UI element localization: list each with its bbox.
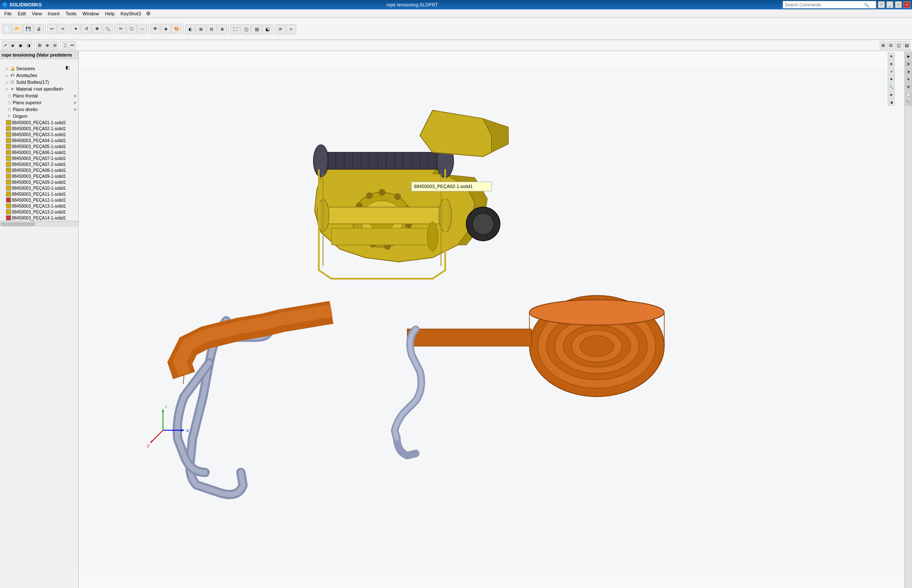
sidebar-item-peca13-2[interactable]: 88450003_PEÇA13-2-solid1 xyxy=(0,209,78,215)
sidebar-item-peca04[interactable]: 88450003_PEÇA04-1-solid1 xyxy=(0,137,78,143)
sidebar-item-peca13-1[interactable]: 88450003_PEÇA13-1-solid1 xyxy=(0,203,78,209)
sidebar-item-peca07-1[interactable]: 88450003_PEÇA07-1-solid1 xyxy=(0,155,78,161)
3d-viewport[interactable]: 88450003_PEÇA02-1-solid1 X Y Z ⊕ ⊞ ↺ ✥ xyxy=(79,51,904,588)
view-grid-btn4[interactable]: ▤ xyxy=(903,41,910,50)
dimension-btn[interactable]: ↔ xyxy=(137,24,147,34)
feature-btn[interactable]: ⬡ xyxy=(126,24,137,34)
view-ctrl-2[interactable]: ⊞ xyxy=(888,60,895,67)
dynamic-annot-btn[interactable]: ✏ xyxy=(69,41,76,50)
maximize-btn[interactable]: □ xyxy=(895,1,902,8)
print-btn[interactable]: 🖨 xyxy=(34,24,44,34)
tb-btn-9[interactable]: ⟳ xyxy=(275,24,286,34)
tb-btn-6[interactable]: ◫ xyxy=(241,24,251,34)
sidebar-item-peca10[interactable]: 88450003_PEÇA10-1-solid1 xyxy=(0,185,78,191)
menu-help[interactable]: Help xyxy=(103,10,117,17)
help-btn[interactable]: ? xyxy=(878,1,885,8)
select-btn[interactable]: ✦ xyxy=(71,24,81,34)
sidebar-scrollbar[interactable] xyxy=(0,221,78,227)
zoom-fit-btn[interactable]: ⊞ xyxy=(36,41,43,50)
sidebar-item-peca11[interactable]: 88450003_PEÇA11-1-solid1 xyxy=(0,191,78,197)
view-grid-btn1[interactable]: ⊞ xyxy=(880,41,886,50)
sidebar-item-peca06[interactable]: 88450003_PEÇA06-1-solid1 xyxy=(0,149,78,155)
view-ctrl-1[interactable]: ⊕ xyxy=(888,53,895,60)
pan-btn[interactable]: ✥ xyxy=(92,24,102,34)
plano-direito-visibility[interactable]: ◈ xyxy=(74,107,77,111)
tb-btn-7[interactable]: ▤ xyxy=(252,24,262,34)
right-tab-7[interactable]: 🔧 xyxy=(905,99,912,106)
sketch-btn[interactable]: ✏ xyxy=(116,24,126,34)
tb-btn-4[interactable]: ⊕ xyxy=(217,24,227,34)
tb-btn-1[interactable]: ◐ xyxy=(185,24,195,34)
zoom-btn[interactable]: 🔍 xyxy=(103,24,113,34)
new-btn[interactable]: 📄 xyxy=(2,24,12,34)
sidebar-item-peca03[interactable]: 88450003_PEÇA03-1-solid1 xyxy=(0,131,78,137)
tb-btn-3[interactable]: ⊟ xyxy=(206,24,217,34)
view-ctrl-4[interactable]: ✥ xyxy=(888,76,895,83)
sidebar-item-peca02-1[interactable]: 88450003_PEÇA02-1-solid1 xyxy=(0,126,78,131)
sidebar-item-peca09-1[interactable]: 88450003_PEÇA09-1-solid1 xyxy=(0,173,78,179)
sidebar-item-peca07-2[interactable]: 88450003_PEÇA07-2-solid1 xyxy=(0,161,78,167)
sidebar-item-peca14[interactable]: 88450003_PEÇA14-1-solid1 xyxy=(0,215,78,221)
right-tab-3[interactable]: ◈ xyxy=(905,68,912,75)
menu-edit[interactable]: Edit xyxy=(15,10,29,17)
sidebar-item-material[interactable]: ▷ ≡ Material <not specified> xyxy=(0,86,78,92)
menu-window[interactable]: Window xyxy=(80,10,102,17)
right-tab-1[interactable]: ▶ xyxy=(905,53,912,60)
front-view-btn[interactable]: ↗ xyxy=(2,41,9,50)
rotate-btn[interactable]: ↺ xyxy=(81,24,91,34)
view-orient-btn[interactable]: 👁 xyxy=(150,24,160,34)
menu-tools[interactable]: Tools xyxy=(63,10,79,17)
right-tab-2[interactable]: ⊞ xyxy=(905,60,912,67)
view-ctrl-5[interactable]: 🔍 xyxy=(888,83,895,90)
zoom-out-btn[interactable]: ⊖ xyxy=(51,41,58,50)
undo-btn[interactable]: ↩ xyxy=(47,24,57,34)
color-swatch-peca13-2 xyxy=(6,209,11,214)
tb-btn-2[interactable]: ⊞ xyxy=(196,24,206,34)
search-icon[interactable]: 🔍 xyxy=(864,3,869,7)
sidebar-item-peca08[interactable]: 88450003_PEÇA08-1-solid1 xyxy=(0,167,78,173)
search-input[interactable] xyxy=(783,3,864,7)
section-view-btn[interactable]: ⌶ xyxy=(62,41,68,50)
view-ctrl-6[interactable]: ◈ xyxy=(888,91,895,98)
close-btn[interactable]: × xyxy=(903,1,910,8)
view-ctrl-3[interactable]: ↺ xyxy=(888,68,895,75)
minimize-btn[interactable]: _ xyxy=(886,1,893,8)
menu-keyshot[interactable]: KeyShot3 xyxy=(118,10,143,17)
save-btn[interactable]: 💾 xyxy=(23,24,33,34)
color-swatch-peca07-1 xyxy=(6,156,11,161)
sidebar-item-solid-bodies[interactable]: ▷ ⬡ Solid Bodies(17) xyxy=(0,79,78,86)
right-tab-6[interactable]: 📋 xyxy=(905,91,912,98)
sidebar-item-peca05[interactable]: 88450003_PEÇA05-1-solid1 xyxy=(0,143,78,149)
redo-btn[interactable]: ↪ xyxy=(57,24,68,34)
open-btn[interactable]: 📂 xyxy=(12,24,23,34)
sidebar-item-plano-direito[interactable]: ◻ Plano direito ◈ xyxy=(0,106,78,113)
render-btn[interactable]: 🎨 xyxy=(172,24,182,34)
sidebar-item-plano-frontal[interactable]: ◻ Plano frontal ◈ xyxy=(0,92,78,99)
right-tab-4[interactable]: ✦ xyxy=(905,76,912,83)
plano-frontal-visibility[interactable]: ◈ xyxy=(74,94,77,98)
menu-file[interactable]: File xyxy=(2,10,14,17)
view-grid-btn3[interactable]: ◫ xyxy=(895,41,902,50)
display-mode-btn[interactable]: ◉ xyxy=(17,41,24,50)
sidebar-item-anotacoes[interactable]: ▷ 🏷 Anotações xyxy=(0,72,78,79)
tb-btn-8[interactable]: ⬕ xyxy=(262,24,272,34)
display-btn[interactable]: ◈ xyxy=(161,24,171,34)
right-tab-5[interactable]: ⚙ xyxy=(905,83,912,90)
sidebar-item-plano-superior[interactable]: ◻ Plano superior ◈ xyxy=(0,99,78,106)
menu-insert[interactable]: Insert xyxy=(45,10,62,17)
menu-view[interactable]: View xyxy=(29,10,45,17)
view-grid-btn2[interactable]: ⊟ xyxy=(887,41,894,50)
sidebar-item-origem[interactable]: ✛ Origem xyxy=(0,113,78,120)
shade-btn[interactable]: ◑ xyxy=(25,41,32,50)
sidebar-item-peca01[interactable]: 88450003_PEÇA01-1-solid1 xyxy=(0,120,78,126)
tb-btn-5[interactable]: ⛶ xyxy=(230,24,240,34)
view-ctrl-7[interactable]: ◑ xyxy=(888,99,895,106)
sidebar-item-peca09-2[interactable]: 88450003_PEÇA09-2-solid1 xyxy=(0,179,78,185)
plano-superior-visibility[interactable]: ◈ xyxy=(74,100,77,105)
sidebar-item-peca12[interactable]: 88450003_PEÇA12-1-solid1 xyxy=(0,197,78,203)
scroll-thumb[interactable] xyxy=(1,223,35,226)
view-mode-btn[interactable]: ◈ xyxy=(9,41,16,50)
collapse-btn[interactable]: ◧ xyxy=(62,62,72,72)
zoom-in-btn[interactable]: ⊕ xyxy=(44,41,51,50)
tb-btn-10[interactable]: ⌖ xyxy=(286,24,296,34)
